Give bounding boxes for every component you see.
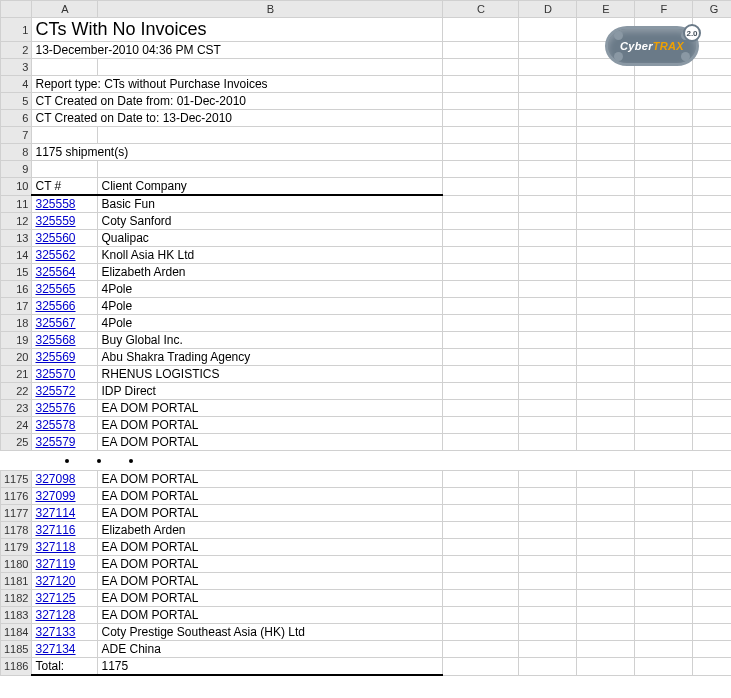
row-header[interactable]: 4 [1, 76, 32, 93]
cell[interactable] [519, 76, 577, 93]
row-header[interactable]: 14 [1, 247, 32, 264]
cell[interactable] [693, 434, 731, 451]
row-header[interactable]: 9 [1, 161, 32, 178]
cell[interactable] [519, 505, 577, 522]
cell[interactable] [635, 127, 693, 144]
cell[interactable] [635, 505, 693, 522]
ct-link[interactable]: 325578 [32, 417, 98, 434]
cell[interactable] [693, 505, 731, 522]
cell[interactable] [519, 539, 577, 556]
ct-link[interactable]: 325559 [32, 213, 98, 230]
cell[interactable] [519, 471, 577, 488]
col-header-F[interactable]: F [635, 1, 693, 18]
cell[interactable] [693, 213, 731, 230]
cell[interactable] [519, 230, 577, 247]
cell[interactable] [693, 624, 731, 641]
cell[interactable] [519, 573, 577, 590]
cell[interactable] [443, 230, 519, 247]
cell[interactable] [519, 161, 577, 178]
cell[interactable] [443, 539, 519, 556]
row-header[interactable]: 7 [1, 127, 32, 144]
cell[interactable] [577, 144, 635, 161]
cell[interactable] [519, 144, 577, 161]
cell[interactable] [519, 93, 577, 110]
row-header[interactable]: 6 [1, 110, 32, 127]
cell[interactable] [519, 178, 577, 196]
cell[interactable] [577, 607, 635, 624]
col-header-G[interactable]: G [693, 1, 731, 18]
cell[interactable] [443, 400, 519, 417]
ct-link[interactable]: 325566 [32, 298, 98, 315]
cell[interactable] [519, 434, 577, 451]
cell[interactable] [693, 383, 731, 400]
cell[interactable] [635, 110, 693, 127]
cell[interactable] [519, 110, 577, 127]
cell[interactable] [98, 161, 443, 178]
cell[interactable] [577, 366, 635, 383]
cell[interactable] [635, 471, 693, 488]
col-header-A[interactable]: A [32, 1, 98, 18]
cell[interactable] [519, 349, 577, 366]
cell[interactable] [577, 658, 635, 676]
cell[interactable] [443, 434, 519, 451]
cell[interactable] [635, 213, 693, 230]
cell[interactable] [519, 315, 577, 332]
cell[interactable] [577, 110, 635, 127]
cell[interactable] [693, 590, 731, 607]
cell[interactable] [443, 624, 519, 641]
cell[interactable] [693, 178, 731, 196]
cell[interactable] [443, 315, 519, 332]
cell[interactable] [577, 281, 635, 298]
cell[interactable] [635, 539, 693, 556]
row-header[interactable]: 1176 [1, 488, 32, 505]
cell[interactable] [577, 127, 635, 144]
cell[interactable] [443, 573, 519, 590]
ct-link[interactable]: 325579 [32, 434, 98, 451]
cell[interactable] [32, 161, 98, 178]
cell[interactable] [519, 607, 577, 624]
row-header[interactable]: 22 [1, 383, 32, 400]
row-header[interactable]: 19 [1, 332, 32, 349]
ct-link[interactable]: 327116 [32, 522, 98, 539]
cell[interactable] [577, 349, 635, 366]
cell[interactable] [443, 213, 519, 230]
cell[interactable] [693, 349, 731, 366]
cell[interactable] [519, 556, 577, 573]
cell[interactable] [635, 332, 693, 349]
ct-link[interactable]: 327133 [32, 624, 98, 641]
cell[interactable] [577, 383, 635, 400]
cell[interactable] [635, 488, 693, 505]
cell[interactable] [693, 264, 731, 281]
cell[interactable] [635, 590, 693, 607]
col-header-C[interactable]: C [443, 1, 519, 18]
row-header[interactable]: 3 [1, 59, 32, 76]
cell[interactable] [577, 298, 635, 315]
row-header[interactable]: 1175 [1, 471, 32, 488]
row-header[interactable]: 8 [1, 144, 32, 161]
cell[interactable] [443, 178, 519, 196]
cell[interactable] [443, 247, 519, 264]
cell[interactable] [693, 658, 731, 676]
cell[interactable] [519, 522, 577, 539]
cell[interactable] [693, 247, 731, 264]
cell[interactable] [635, 349, 693, 366]
cell[interactable] [693, 161, 731, 178]
cell[interactable] [635, 281, 693, 298]
cell[interactable] [443, 349, 519, 366]
col-header-B[interactable]: B [98, 1, 443, 18]
cell[interactable] [693, 573, 731, 590]
cell[interactable] [635, 417, 693, 434]
cell[interactable] [693, 298, 731, 315]
cell[interactable] [693, 366, 731, 383]
cell[interactable] [519, 383, 577, 400]
cell[interactable] [577, 556, 635, 573]
cell[interactable] [443, 556, 519, 573]
cell[interactable] [519, 400, 577, 417]
cell[interactable] [519, 641, 577, 658]
row-header[interactable]: 1181 [1, 573, 32, 590]
cell[interactable] [519, 247, 577, 264]
cell[interactable] [635, 383, 693, 400]
cell[interactable] [693, 539, 731, 556]
row-header[interactable]: 21 [1, 366, 32, 383]
cell[interactable] [519, 213, 577, 230]
